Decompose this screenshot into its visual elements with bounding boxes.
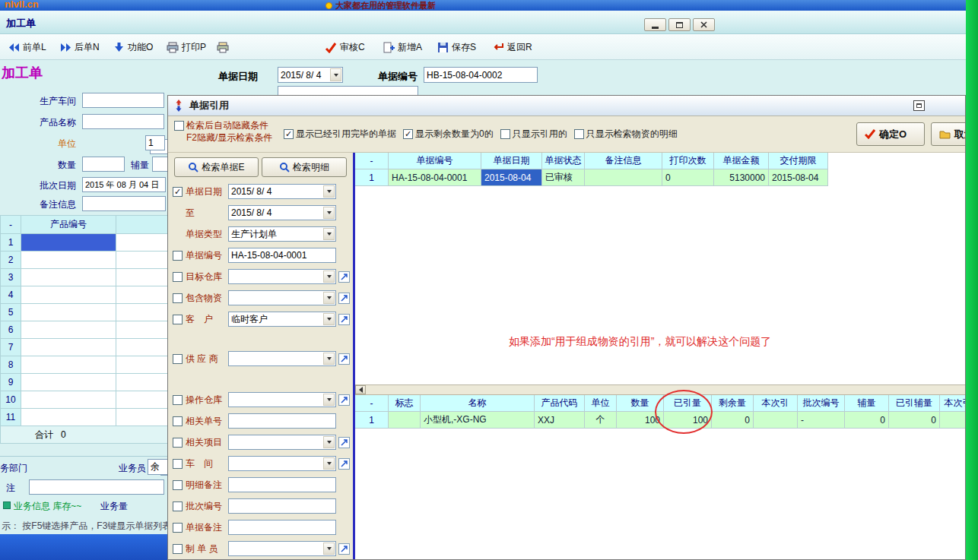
product-table-row[interactable]: 11	[1, 409, 176, 426]
product-code-cell[interactable]	[21, 391, 116, 409]
condition-option[interactable]: ✓显示剩余数量为0的	[403, 128, 494, 141]
product-code-cell[interactable]	[21, 286, 116, 304]
search-field-combo[interactable]	[228, 351, 336, 366]
chevron-down-icon[interactable]	[323, 207, 335, 219]
site-name[interactable]: nlvll.cn	[5, 0, 39, 10]
table-cell[interactable]	[754, 412, 798, 429]
search-field-checkbox[interactable]: ✓	[173, 187, 183, 197]
search-field-combo[interactable]	[228, 290, 336, 305]
table-cell[interactable]: -	[798, 412, 845, 429]
scroll-left-button[interactable]	[355, 385, 366, 394]
unit-ratio-input[interactable]: 1	[145, 135, 165, 150]
condition-option[interactable]: 只显示引用的	[500, 128, 567, 141]
audit-button[interactable]: 审核C	[322, 39, 367, 55]
browse-icon[interactable]	[338, 394, 350, 406]
search-docs-button[interactable]: 检索单据E	[174, 157, 259, 177]
search-field-combo[interactable]	[228, 435, 336, 450]
search-field-input[interactable]	[228, 498, 336, 514]
search-field-combo[interactable]: 临时客户	[228, 312, 336, 327]
condition-checkbox[interactable]	[574, 129, 584, 139]
browse-icon[interactable]	[338, 293, 350, 304]
search-field-input[interactable]: HA-15-08-04-0001	[228, 248, 336, 263]
browse-icon[interactable]	[338, 458, 350, 470]
product-table-row[interactable]: 1	[1, 234, 176, 252]
condition-option[interactable]: ✓显示已经引用完毕的单据	[284, 128, 396, 141]
chevron-down-icon[interactable]	[323, 436, 335, 448]
product-code-cell[interactable]	[21, 409, 116, 426]
remark-input[interactable]	[82, 196, 166, 211]
search-field-checkbox[interactable]	[173, 501, 183, 511]
table-cell[interactable]: 个	[585, 412, 617, 429]
search-field-combo[interactable]: 2015/ 8/ 4	[228, 184, 336, 199]
chevron-down-icon[interactable]	[323, 185, 335, 198]
chevron-down-icon[interactable]	[323, 353, 335, 365]
table-cell[interactable]: 2015-08-04	[481, 169, 542, 186]
table-cell[interactable]: 5130000	[714, 169, 769, 186]
product-table-row[interactable]: 4	[1, 286, 176, 304]
search-field-checkbox[interactable]	[173, 459, 183, 469]
condition-checkbox[interactable]	[500, 129, 510, 139]
table-row[interactable]: 1HA-15-08-04-00012015-08-04已审核0513000020…	[355, 169, 828, 186]
search-field-checkbox[interactable]	[173, 416, 183, 426]
product-code-cell[interactable]	[21, 321, 116, 339]
table-cell[interactable]: HA-15-08-04-0001	[389, 169, 481, 186]
product-code-cell[interactable]	[21, 304, 116, 321]
search-field-input[interactable]	[228, 520, 336, 535]
search-field-combo[interactable]: 生产计划单	[228, 226, 336, 242]
print-preview-button[interactable]	[214, 39, 234, 55]
return-button[interactable]: 返回R	[490, 39, 535, 55]
table-cell[interactable]: 0	[662, 169, 714, 186]
batch-date-input[interactable]: 2015 年 08 月 04 日	[82, 177, 166, 192]
table-cell[interactable]: 1	[355, 169, 389, 186]
note-input[interactable]	[29, 479, 164, 495]
chevron-down-icon[interactable]	[323, 271, 335, 283]
browse-icon[interactable]	[338, 437, 350, 448]
browse-icon[interactable]	[338, 271, 350, 283]
chevron-down-icon[interactable]	[323, 228, 335, 240]
chevron-down-icon[interactable]	[323, 543, 335, 555]
search-field-combo[interactable]: 2015/ 8/ 4	[228, 205, 336, 220]
condition-option[interactable]: 只显示检索物资的明细	[574, 128, 678, 141]
workshop-input[interactable]	[82, 93, 164, 108]
table-cell[interactable]	[940, 412, 965, 429]
print-button[interactable]: 打印P	[164, 39, 208, 55]
maximize-button[interactable]	[668, 18, 691, 31]
chevron-down-icon[interactable]	[323, 394, 335, 406]
table-cell[interactable]: 100	[664, 412, 712, 429]
chevron-down-icon[interactable]	[323, 292, 335, 304]
search-field-checkbox[interactable]	[173, 544, 183, 554]
search-field-combo[interactable]	[228, 392, 336, 407]
cancel-button[interactable]: 取消	[931, 122, 966, 146]
search-field-checkbox[interactable]	[173, 354, 183, 364]
search-field-combo[interactable]	[228, 269, 336, 284]
next-doc-button[interactable]: 后单N	[58, 39, 102, 55]
table-cell[interactable]: 100	[617, 412, 664, 429]
search-field-checkbox[interactable]	[173, 395, 183, 405]
product-code-cell[interactable]	[21, 234, 116, 252]
table-cell[interactable]: 已审核	[542, 169, 585, 186]
search-field-checkbox[interactable]	[173, 480, 183, 490]
product-code-cell[interactable]	[21, 356, 116, 374]
product-table-row[interactable]: 6	[1, 321, 176, 339]
doc-date-combo[interactable]: 2015/ 8/ 4	[278, 67, 343, 83]
product-table-row[interactable]: 7	[1, 339, 176, 356]
product-table-row[interactable]: 8	[1, 356, 176, 374]
dialog-maximize-button[interactable]	[913, 100, 925, 111]
browse-icon[interactable]	[338, 353, 350, 365]
condition-checkbox[interactable]: ✓	[284, 129, 294, 139]
search-field-checkbox[interactable]	[173, 523, 183, 533]
minimize-button[interactable]	[644, 18, 666, 31]
search-field-checkbox[interactable]	[173, 272, 183, 282]
auto-hide-checkbox[interactable]	[174, 121, 184, 131]
product-code-cell[interactable]	[21, 252, 116, 269]
search-field-checkbox[interactable]	[173, 315, 183, 324]
search-field-checkbox[interactable]	[173, 251, 183, 261]
table-cell[interactable]: 2015-08-04	[769, 169, 828, 186]
table-cell[interactable]: 小型机,-XG-NG	[421, 412, 535, 429]
table-cell[interactable]	[389, 412, 421, 429]
search-field-combo[interactable]	[228, 456, 336, 471]
search-field-input[interactable]	[228, 413, 336, 429]
product-table-row[interactable]: 5	[1, 304, 176, 321]
product-table-row[interactable]: 3	[1, 269, 176, 286]
save-button[interactable]: 保存S	[435, 39, 478, 55]
